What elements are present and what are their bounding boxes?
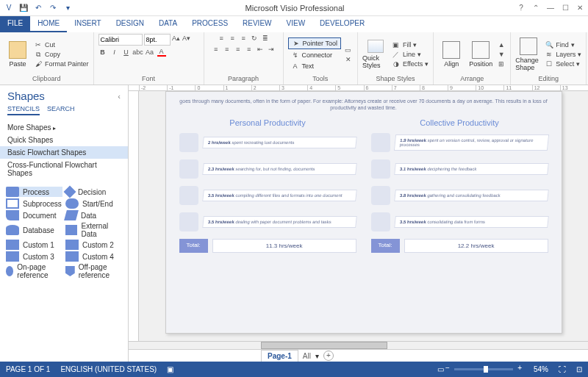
format-painter-button[interactable]: 🖌Format Painter bbox=[34, 60, 89, 68]
shape-database[interactable]: Database bbox=[6, 222, 62, 238]
shape-startend[interactable]: Start/End bbox=[65, 198, 122, 209]
rectangle-tool-icon[interactable]: ▭ bbox=[344, 46, 353, 54]
freeform-tool-icon[interactable]: ✕ bbox=[344, 55, 353, 64]
tab-developer[interactable]: DEVELOPER bbox=[312, 16, 372, 32]
group-icon[interactable]: ⊞ bbox=[497, 60, 506, 68]
shrink-font-icon[interactable]: A▾ bbox=[182, 34, 191, 43]
zoom-slider[interactable] bbox=[454, 368, 513, 370]
tab-view[interactable]: VIEW bbox=[279, 16, 313, 32]
shape-custom4[interactable]: Custom 4 bbox=[65, 251, 122, 262]
redo-icon[interactable]: ↷ bbox=[47, 2, 59, 14]
align-top-icon[interactable]: ≡ bbox=[217, 34, 226, 43]
italic-button[interactable]: I bbox=[110, 48, 119, 57]
strike-button[interactable]: abc bbox=[134, 48, 143, 57]
save-icon[interactable]: 💾 bbox=[18, 2, 29, 14]
tab-file[interactable]: FILE bbox=[0, 16, 30, 32]
tab-design[interactable]: DESIGN bbox=[109, 16, 151, 32]
tab-data[interactable]: DATA bbox=[151, 16, 184, 32]
tab-insert[interactable]: INSERT bbox=[67, 16, 109, 32]
font-color-button[interactable]: A bbox=[157, 48, 166, 57]
page-tab-all[interactable]: All bbox=[303, 352, 311, 360]
maximize-button[interactable]: ☐ bbox=[560, 3, 570, 13]
align-center-icon[interactable]: ≡ bbox=[223, 45, 232, 54]
shape-custom1[interactable]: Custom 1 bbox=[6, 240, 62, 250]
page-indicator[interactable]: PAGE 1 OF 1 bbox=[6, 365, 50, 373]
select-button[interactable]: ☐Select▾ bbox=[545, 60, 581, 68]
bold-button[interactable]: B bbox=[98, 48, 107, 57]
stencils-tab[interactable]: STENCILS bbox=[7, 105, 40, 115]
stencil-more-shapes[interactable]: More Shapes bbox=[0, 121, 128, 134]
ribbon-collapse-icon[interactable]: ⌃ bbox=[531, 3, 541, 13]
search-tab[interactable]: SEARCH bbox=[47, 105, 75, 115]
paste-button[interactable]: Paste bbox=[4, 41, 31, 68]
cut-button[interactable]: ✂Cut bbox=[34, 40, 89, 49]
align-bottom-icon[interactable]: ≡ bbox=[239, 34, 248, 43]
font-size-select[interactable] bbox=[144, 34, 171, 46]
stencil-cross-functional[interactable]: Cross-Functional Flowchart Shapes bbox=[0, 159, 128, 179]
stencil-basic-flowchart[interactable]: Basic Flowchart Shapes bbox=[0, 146, 128, 159]
chevron-down-icon[interactable]: ▾ bbox=[315, 352, 319, 360]
send-back-icon[interactable]: ▼ bbox=[497, 50, 506, 59]
pointer-tool-button[interactable]: ➤Pointer Tool bbox=[288, 37, 341, 49]
tab-home[interactable]: HOME bbox=[30, 16, 67, 32]
text-tool-button[interactable]: AText bbox=[288, 61, 341, 71]
productivity-item: 3.5 hrs/week consolidating data from for… bbox=[371, 212, 548, 231]
horizontal-scrollbar[interactable] bbox=[129, 341, 588, 349]
shape-document[interactable]: Document bbox=[6, 210, 62, 220]
qat-customize-icon[interactable]: ▾ bbox=[62, 2, 74, 14]
underline-button[interactable]: U bbox=[122, 48, 131, 57]
position-button[interactable]: Position bbox=[467, 41, 494, 68]
text-effects-button[interactable]: Aa bbox=[146, 48, 154, 57]
line-button[interactable]: ／Line▾ bbox=[392, 50, 429, 59]
pan-zoom-icon[interactable]: ⊡ bbox=[576, 365, 582, 373]
canvas[interactable]: goes through many documents, often in th… bbox=[139, 91, 588, 341]
collapse-panel-icon[interactable]: ‹ bbox=[118, 92, 121, 101]
find-button[interactable]: 🔍Find▾ bbox=[545, 40, 581, 49]
layers-button[interactable]: ≋Layers▾ bbox=[545, 50, 581, 59]
align-middle-icon[interactable]: ≡ bbox=[228, 34, 237, 43]
fill-button[interactable]: ▣Fill▾ bbox=[392, 40, 429, 49]
shape-decision[interactable]: Decision bbox=[65, 187, 122, 197]
shape-process[interactable]: Process bbox=[6, 187, 62, 197]
shape-onpage-ref[interactable]: On-page reference bbox=[6, 263, 62, 279]
presentation-mode-icon[interactable]: ▭ bbox=[437, 365, 444, 373]
select-icon: ☐ bbox=[545, 60, 553, 68]
copy-button[interactable]: ⧉Copy bbox=[34, 50, 89, 59]
page-tab-1[interactable]: Page-1 bbox=[261, 350, 298, 362]
stencil-quick-shapes[interactable]: Quick Shapes bbox=[0, 134, 128, 146]
bring-front-icon[interactable]: ▲ bbox=[497, 40, 506, 49]
align-button[interactable]: Align bbox=[438, 41, 465, 68]
justify-icon[interactable]: ≡ bbox=[245, 45, 254, 54]
font-family-select[interactable] bbox=[98, 34, 143, 46]
indent-inc-icon[interactable]: ⇥ bbox=[267, 45, 276, 54]
align-left-icon[interactable]: ≡ bbox=[212, 45, 220, 54]
shape-custom2[interactable]: Custom 2 bbox=[65, 240, 122, 250]
drawing-page[interactable]: goes through many documents, often in th… bbox=[165, 91, 562, 334]
tab-review[interactable]: REVIEW bbox=[235, 16, 279, 32]
fit-page-icon[interactable]: ⛶ bbox=[559, 365, 566, 373]
language-indicator[interactable]: ENGLISH (UNITED STATES) bbox=[60, 365, 157, 373]
zoom-level[interactable]: 54% bbox=[534, 365, 548, 373]
macro-recording-icon[interactable]: ▣ bbox=[167, 365, 173, 373]
tab-process[interactable]: PROCESS bbox=[184, 16, 235, 32]
help-icon[interactable]: ? bbox=[516, 3, 526, 13]
shape-offpage-ref[interactable]: Off-page reference bbox=[65, 263, 122, 279]
connector-tool-button[interactable]: ↯Connector bbox=[288, 50, 341, 60]
shape-custom3[interactable]: Custom 3 bbox=[6, 251, 62, 262]
close-button[interactable]: ✕ bbox=[575, 3, 585, 13]
effects-button[interactable]: ◑Effects▾ bbox=[392, 60, 429, 68]
bullets-icon[interactable]: ≣ bbox=[261, 34, 270, 43]
minimize-button[interactable]: — bbox=[545, 3, 556, 13]
group-label: Shape Styles bbox=[362, 75, 429, 84]
undo-icon[interactable]: ↶ bbox=[32, 2, 44, 14]
indent-dec-icon[interactable]: ⇤ bbox=[256, 45, 265, 54]
align-right-icon[interactable]: ≡ bbox=[234, 45, 243, 54]
shape-external-data[interactable]: External Data bbox=[65, 222, 122, 238]
add-page-button[interactable]: + bbox=[323, 351, 334, 361]
shape-data[interactable]: Data bbox=[65, 210, 122, 220]
shape-subprocess[interactable]: Subprocess bbox=[6, 198, 62, 209]
change-shape-button[interactable]: Change Shape bbox=[515, 37, 542, 71]
quick-styles-button[interactable]: Quick Styles bbox=[362, 40, 389, 69]
orientation-icon[interactable]: ↻ bbox=[250, 34, 259, 43]
grow-font-icon[interactable]: A▴ bbox=[172, 34, 181, 43]
